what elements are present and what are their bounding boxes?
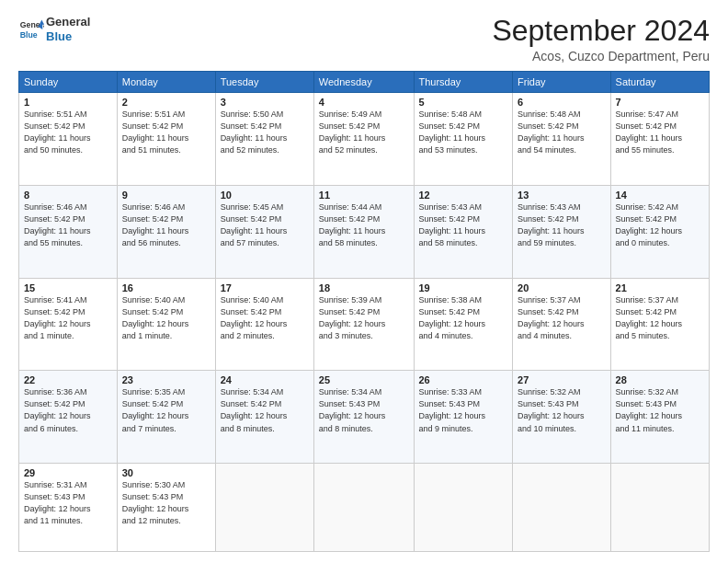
calendar-cell: 8Sunrise: 5:46 AM Sunset: 5:42 PM Daylig… <box>19 185 118 278</box>
calendar-cell: 1Sunrise: 5:51 AM Sunset: 5:42 PM Daylig… <box>19 93 118 186</box>
day-number: 4 <box>319 97 409 108</box>
calendar-week-5: 29Sunrise: 5:31 AM Sunset: 5:43 PM Dayli… <box>19 464 710 552</box>
calendar-week-1: 1Sunrise: 5:51 AM Sunset: 5:42 PM Daylig… <box>19 93 710 186</box>
day-info: Sunrise: 5:46 AM Sunset: 5:42 PM Dayligh… <box>122 201 210 249</box>
location-subtitle: Acos, Cuzco Department, Peru <box>492 49 710 63</box>
day-info: Sunrise: 5:32 AM Sunset: 5:43 PM Dayligh… <box>616 386 704 434</box>
calendar-week-2: 8Sunrise: 5:46 AM Sunset: 5:42 PM Daylig… <box>19 185 710 278</box>
day-number: 16 <box>122 282 210 293</box>
calendar-cell: 14Sunrise: 5:42 AM Sunset: 5:42 PM Dayli… <box>610 185 709 278</box>
day-info: Sunrise: 5:51 AM Sunset: 5:42 PM Dayligh… <box>24 109 112 156</box>
calendar-cell: 6Sunrise: 5:48 AM Sunset: 5:42 PM Daylig… <box>513 93 611 186</box>
day-info: Sunrise: 5:32 AM Sunset: 5:43 PM Dayligh… <box>518 386 606 434</box>
day-info: Sunrise: 5:33 AM Sunset: 5:43 PM Dayligh… <box>419 386 508 434</box>
day-number: 8 <box>24 190 112 201</box>
day-number: 26 <box>419 374 508 385</box>
calendar-cell: 17Sunrise: 5:40 AM Sunset: 5:42 PM Dayli… <box>215 278 313 371</box>
day-info: Sunrise: 5:43 AM Sunset: 5:42 PM Dayligh… <box>518 201 606 249</box>
calendar-cell: 10Sunrise: 5:45 AM Sunset: 5:42 PM Dayli… <box>215 185 313 278</box>
calendar-cell <box>414 464 513 552</box>
day-info: Sunrise: 5:49 AM Sunset: 5:42 PM Dayligh… <box>319 109 409 156</box>
day-number: 22 <box>24 374 112 385</box>
day-info: Sunrise: 5:48 AM Sunset: 5:42 PM Dayligh… <box>419 109 508 156</box>
day-number: 10 <box>221 190 309 201</box>
calendar-cell <box>513 464 611 552</box>
day-info: Sunrise: 5:40 AM Sunset: 5:42 PM Dayligh… <box>122 294 210 342</box>
day-info: Sunrise: 5:51 AM Sunset: 5:42 PM Dayligh… <box>122 109 210 156</box>
calendar-cell: 24Sunrise: 5:34 AM Sunset: 5:42 PM Dayli… <box>215 371 313 464</box>
day-info: Sunrise: 5:44 AM Sunset: 5:42 PM Dayligh… <box>319 201 409 249</box>
calendar-cell: 22Sunrise: 5:36 AM Sunset: 5:42 PM Dayli… <box>19 371 118 464</box>
day-header-tuesday: Tuesday <box>215 72 313 93</box>
day-info: Sunrise: 5:47 AM Sunset: 5:42 PM Dayligh… <box>616 109 704 156</box>
calendar-cell: 4Sunrise: 5:49 AM Sunset: 5:42 PM Daylig… <box>313 93 414 186</box>
day-number: 20 <box>518 282 606 293</box>
day-number: 14 <box>616 190 704 201</box>
calendar-cell: 21Sunrise: 5:37 AM Sunset: 5:42 PM Dayli… <box>610 278 709 371</box>
day-number: 18 <box>319 282 409 293</box>
day-info: Sunrise: 5:37 AM Sunset: 5:42 PM Dayligh… <box>616 294 704 342</box>
calendar-table: SundayMondayTuesdayWednesdayThursdayFrid… <box>18 71 710 552</box>
day-number: 5 <box>419 97 508 108</box>
day-number: 6 <box>518 97 606 108</box>
day-number: 28 <box>616 374 704 385</box>
calendar-cell: 29Sunrise: 5:31 AM Sunset: 5:43 PM Dayli… <box>19 464 118 552</box>
svg-text:Blue: Blue <box>20 29 38 39</box>
day-number: 1 <box>24 97 112 108</box>
day-number: 13 <box>518 190 606 201</box>
day-info: Sunrise: 5:34 AM Sunset: 5:43 PM Dayligh… <box>319 386 409 434</box>
day-info: Sunrise: 5:46 AM Sunset: 5:42 PM Dayligh… <box>24 201 112 249</box>
calendar-cell: 15Sunrise: 5:41 AM Sunset: 5:42 PM Dayli… <box>19 278 118 371</box>
day-info: Sunrise: 5:37 AM Sunset: 5:42 PM Dayligh… <box>518 294 606 342</box>
calendar-cell <box>215 464 313 552</box>
day-number: 7 <box>616 97 704 108</box>
calendar-body: 1Sunrise: 5:51 AM Sunset: 5:42 PM Daylig… <box>19 93 710 552</box>
calendar-cell: 13Sunrise: 5:43 AM Sunset: 5:42 PM Dayli… <box>513 185 611 278</box>
calendar-cell: 25Sunrise: 5:34 AM Sunset: 5:43 PM Dayli… <box>313 371 414 464</box>
calendar-week-3: 15Sunrise: 5:41 AM Sunset: 5:42 PM Dayli… <box>19 278 710 371</box>
day-number: 29 <box>24 467 112 478</box>
day-info: Sunrise: 5:50 AM Sunset: 5:42 PM Dayligh… <box>221 109 309 156</box>
page: General Blue General Blue September 2024… <box>0 0 728 563</box>
day-number: 30 <box>122 467 210 478</box>
calendar-cell: 27Sunrise: 5:32 AM Sunset: 5:43 PM Dayli… <box>513 371 611 464</box>
day-header-monday: Monday <box>117 72 215 93</box>
day-number: 25 <box>319 374 409 385</box>
day-number: 21 <box>616 282 704 293</box>
day-info: Sunrise: 5:43 AM Sunset: 5:42 PM Dayligh… <box>419 201 508 249</box>
day-number: 11 <box>319 190 409 201</box>
day-info: Sunrise: 5:45 AM Sunset: 5:42 PM Dayligh… <box>221 201 309 249</box>
logo-blue: Blue <box>46 29 90 44</box>
calendar-cell: 7Sunrise: 5:47 AM Sunset: 5:42 PM Daylig… <box>610 93 709 186</box>
month-title: September 2024 <box>492 15 710 47</box>
day-number: 9 <box>122 190 210 201</box>
calendar-cell: 30Sunrise: 5:30 AM Sunset: 5:43 PM Dayli… <box>117 464 215 552</box>
day-header-thursday: Thursday <box>414 72 513 93</box>
day-number: 19 <box>419 282 508 293</box>
day-header-saturday: Saturday <box>610 72 709 93</box>
day-info: Sunrise: 5:31 AM Sunset: 5:43 PM Dayligh… <box>24 479 112 527</box>
calendar-cell <box>610 464 709 552</box>
day-info: Sunrise: 5:41 AM Sunset: 5:42 PM Dayligh… <box>24 294 112 342</box>
calendar-cell: 28Sunrise: 5:32 AM Sunset: 5:43 PM Dayli… <box>610 371 709 464</box>
day-info: Sunrise: 5:38 AM Sunset: 5:42 PM Dayligh… <box>419 294 508 342</box>
day-number: 17 <box>221 282 309 293</box>
day-number: 2 <box>122 97 210 108</box>
calendar-week-4: 22Sunrise: 5:36 AM Sunset: 5:42 PM Dayli… <box>19 371 710 464</box>
day-info: Sunrise: 5:34 AM Sunset: 5:42 PM Dayligh… <box>221 386 309 434</box>
day-header-friday: Friday <box>513 72 611 93</box>
calendar-cell: 26Sunrise: 5:33 AM Sunset: 5:43 PM Dayli… <box>414 371 513 464</box>
day-info: Sunrise: 5:39 AM Sunset: 5:42 PM Dayligh… <box>319 294 409 342</box>
calendar-cell: 18Sunrise: 5:39 AM Sunset: 5:42 PM Dayli… <box>313 278 414 371</box>
calendar-cell: 5Sunrise: 5:48 AM Sunset: 5:42 PM Daylig… <box>414 93 513 186</box>
day-number: 12 <box>419 190 508 201</box>
day-number: 3 <box>221 97 309 108</box>
calendar-cell: 3Sunrise: 5:50 AM Sunset: 5:42 PM Daylig… <box>215 93 313 186</box>
day-info: Sunrise: 5:30 AM Sunset: 5:43 PM Dayligh… <box>122 479 210 527</box>
logo-icon: General Blue <box>18 17 44 42</box>
logo: General Blue General Blue <box>18 15 90 43</box>
calendar-cell: 19Sunrise: 5:38 AM Sunset: 5:42 PM Dayli… <box>414 278 513 371</box>
calendar-cell: 16Sunrise: 5:40 AM Sunset: 5:42 PM Dayli… <box>117 278 215 371</box>
logo-general: General <box>46 15 90 29</box>
calendar-header-row: SundayMondayTuesdayWednesdayThursdayFrid… <box>19 72 710 93</box>
